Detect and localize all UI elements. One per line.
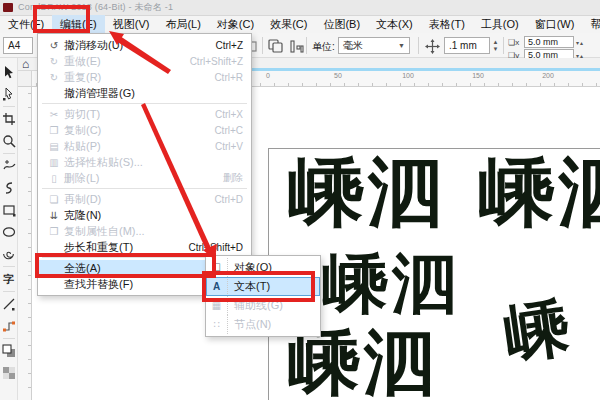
- menu-table[interactable]: 表格(T): [421, 15, 473, 34]
- nodes-icon: ∷: [206, 315, 228, 334]
- menu-item-label: 步长和重复(T): [64, 240, 133, 255]
- menu-window[interactable]: 窗口(W): [527, 15, 583, 34]
- menu-effects[interactable]: 效果(C): [262, 15, 315, 34]
- submenu-item-label: 节点(N): [234, 317, 271, 332]
- menu-item-shortcut: Ctrl+X: [215, 109, 243, 120]
- menu-tools[interactable]: 工具(O): [473, 15, 527, 34]
- all-pages-button[interactable]: [268, 39, 285, 56]
- dimension-tool[interactable]: [1, 293, 17, 315]
- divider: [503, 37, 504, 54]
- submenu-item-objects[interactable]: ☐ 对象(O): [206, 258, 320, 277]
- bezier-tool[interactable]: [1, 177, 17, 199]
- transparency-tool[interactable]: [1, 362, 17, 384]
- trash-icon: ▯: [44, 173, 64, 184]
- menu-item-clone[interactable]: ⇊ 克隆(N): [38, 207, 251, 223]
- units-value: 毫米: [343, 39, 363, 53]
- divider: [418, 37, 419, 54]
- text-tool[interactable]: 字: [1, 268, 17, 290]
- menu-item-repeat: ↻ 重复(R) Ctrl+R: [38, 69, 251, 85]
- chevron-down-icon: ▼: [398, 42, 405, 49]
- menu-help[interactable]: 帮助(H): [582, 15, 600, 34]
- menu-view[interactable]: 视图(V): [105, 15, 158, 34]
- menu-item-shortcut: 删除: [223, 171, 243, 185]
- ruler-tick-label: 200: [542, 72, 554, 79]
- duplicate-icon: ❏: [44, 194, 64, 205]
- shape-tool[interactable]: [1, 83, 17, 105]
- title-bar: CorelDRAW 2018 (64-Bit) - 未命名 -1: [0, 0, 600, 16]
- menu-item-undo-manager[interactable]: 撤消管理器(G): [38, 85, 251, 101]
- menu-item-paste-special: ▥ 选择性粘贴(S)...: [38, 154, 251, 170]
- duplicate-x-stepper[interactable]: ▾▴: [576, 39, 584, 46]
- undo-icon: ↺: [44, 40, 64, 51]
- crop-tool[interactable]: [1, 108, 17, 130]
- menu-item-duplicate: ❏ 再制(D) Ctrl+D: [38, 191, 251, 207]
- welcome-home-tab-icon[interactable]: ⌂: [22, 57, 29, 71]
- paste-icon: ▤: [44, 141, 64, 152]
- select-all-submenu: ☐ 对象(O) A 文本(T) ▦ 辅助线(G) ∷ 节点(N): [205, 255, 321, 337]
- page-dimensions-button[interactable]: [289, 39, 305, 56]
- artwork-text-row[interactable]: 嵊: [499, 283, 578, 379]
- ellipse-tool[interactable]: [1, 221, 17, 243]
- menu-item-label: 撤消移动(U): [64, 38, 123, 53]
- divider: [262, 37, 263, 54]
- submenu-item-nodes: ∷ 节点(N): [206, 315, 320, 334]
- menu-item-shortcut: Ctrl+D: [214, 194, 243, 205]
- menu-item-undo-move[interactable]: ↺ 撤消移动(U) Ctrl+Z: [38, 37, 251, 53]
- menu-item-label: 删除(L): [64, 171, 99, 186]
- ruler-origin-corner[interactable]: [18, 71, 32, 87]
- drop-shadow-tool[interactable]: [1, 340, 17, 362]
- nudge-spinner[interactable]: ▲▼: [491, 37, 500, 54]
- menu-edit[interactable]: 编辑(E): [52, 15, 105, 34]
- menu-item-label: 再制(D): [64, 192, 101, 207]
- connector-tool[interactable]: [1, 315, 17, 337]
- submenu-item-text[interactable]: A 文本(T): [206, 277, 320, 296]
- ruler-tick-label: 150: [472, 72, 484, 79]
- menu-divider: [42, 188, 247, 189]
- toolbox-divider: [3, 338, 15, 339]
- toolbox-divider: [3, 291, 15, 292]
- menu-object[interactable]: 对象(C): [209, 15, 262, 34]
- zoom-tool[interactable]: [1, 130, 17, 152]
- menu-item-shortcut: Ctrl+R: [214, 72, 243, 83]
- pick-tool[interactable]: [1, 61, 17, 83]
- menu-bar: 文件(F) 编辑(E) 视图(V) 布局(L) 对象(C) 效果(C) 位图(B…: [0, 16, 600, 33]
- menu-item-copy-properties: ❐ 复制属性自(M)...: [38, 223, 251, 239]
- repeat-icon: ↻: [44, 72, 64, 83]
- duplicate-x-input[interactable]: 5.0 mm: [524, 36, 574, 48]
- menu-file[interactable]: 文件(F): [0, 15, 52, 34]
- menu-bitmaps[interactable]: 位图(B): [315, 15, 368, 34]
- toolbox: 字: [0, 58, 18, 400]
- menu-item-shortcut: Ctrl+Z: [216, 40, 244, 51]
- menu-text[interactable]: 文本(X): [368, 15, 421, 34]
- redo-icon: ↻: [44, 56, 64, 67]
- clone-icon: ⇊: [44, 210, 64, 221]
- vertical-ruler[interactable]: [18, 87, 32, 400]
- units-label: 单位:: [312, 40, 335, 54]
- menu-layout[interactable]: 布局(L): [157, 15, 208, 34]
- nudge-distance-input[interactable]: .1 mm: [444, 37, 490, 54]
- units-dropdown[interactable]: 毫米 ▼: [338, 37, 410, 54]
- artwork-text-row[interactable]: 嵊泗 嵊泗: [288, 142, 600, 245]
- rectangle-tool[interactable]: [1, 199, 17, 221]
- menu-item-delete: ▯ 删除(L) 删除: [38, 170, 251, 186]
- menu-item-label: 选择性粘贴(S)...: [64, 155, 143, 170]
- toolbox-divider: [3, 106, 15, 107]
- submenu-item-label: 对象(O): [234, 260, 272, 275]
- menu-item-label: 查找并替换(F): [64, 277, 133, 292]
- guidelines-icon: ▦: [206, 296, 228, 315]
- menu-divider: [42, 103, 247, 104]
- spiral-tool[interactable]: [1, 243, 17, 265]
- menu-item-step-and-repeat[interactable]: 步长和重复(T) Ctrl+Shift+D: [38, 239, 251, 255]
- freehand-tool[interactable]: [1, 155, 17, 177]
- window-title: CorelDRAW 2018 (64-Bit) - 未命名 -1: [18, 1, 173, 14]
- copy-icon: ❐: [44, 125, 64, 136]
- text-icon: A: [206, 277, 228, 296]
- menu-item-paste: ▤ 粘贴(P) Ctrl+V: [38, 138, 251, 154]
- menu-item-shortcut: Ctrl+Shift+D: [189, 242, 243, 253]
- ruler-tick-label: 0: [266, 72, 270, 79]
- ruler-tick-label: 100: [402, 72, 414, 79]
- duplicate-distance-x: ❏x 5.0 mm ▾▴: [508, 36, 584, 48]
- app-icon: [3, 3, 13, 12]
- nudge-offset-icon: [425, 39, 440, 56]
- page-size-combo[interactable]: A4: [3, 37, 33, 54]
